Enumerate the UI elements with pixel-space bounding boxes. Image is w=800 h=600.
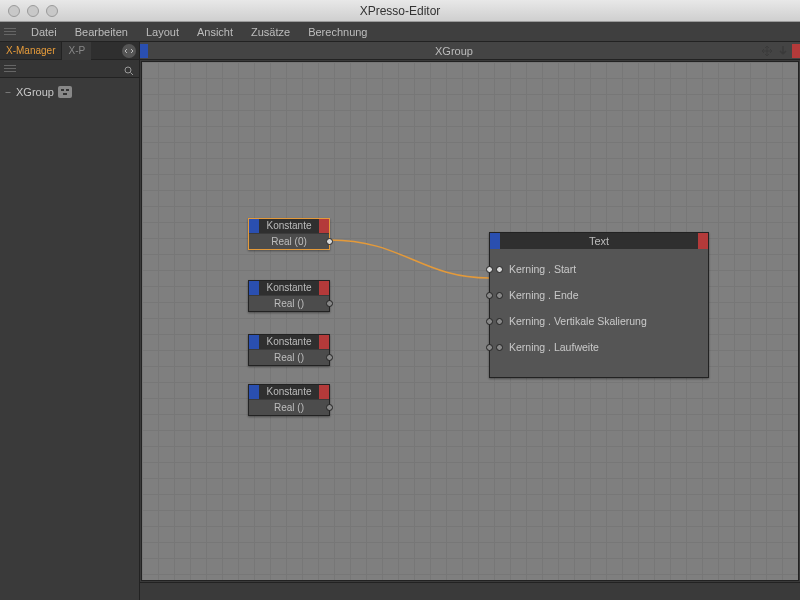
canvas-move-icon[interactable]: [760, 44, 774, 58]
node-title: Konstante: [259, 281, 319, 295]
menu-bearbeiten[interactable]: Bearbeiten: [66, 22, 137, 42]
input-port[interactable]: [486, 292, 493, 299]
input-port[interactable]: [486, 266, 493, 273]
input-label: Kerning . Vertikale Skalierung: [509, 315, 647, 327]
window-title: XPresso-Editor: [0, 4, 800, 18]
canvas-area: XGroup Konstante: [140, 42, 800, 600]
input-port[interactable]: [486, 318, 493, 325]
node-input-chip: [249, 335, 259, 349]
tree: – XGroup: [0, 78, 139, 106]
close-window-button[interactable]: [8, 5, 20, 17]
tree-item-xgroup[interactable]: – XGroup: [4, 84, 135, 100]
input-port[interactable]: [486, 344, 493, 351]
node-title: Text: [500, 233, 698, 249]
input-row-kerning-vskal[interactable]: Kerning . Vertikale Skalierung: [496, 315, 702, 327]
svg-line-1: [131, 72, 134, 75]
node-input-chip: [490, 233, 500, 249]
minimize-window-button[interactable]: [27, 5, 39, 17]
input-row-kerning-start[interactable]: Kerning . Start: [496, 263, 702, 275]
input-port-inner: [496, 344, 503, 351]
input-port-inner: [496, 318, 503, 325]
node-output-chip: [698, 233, 708, 249]
tree-expand-icon[interactable]: –: [4, 87, 12, 97]
input-label: Kerning . Laufweite: [509, 341, 599, 353]
sidebar-grip-icon: [4, 65, 16, 72]
output-port[interactable]: [326, 354, 333, 361]
node-title: Konstante: [259, 335, 319, 349]
canvas-input-chip: [140, 44, 148, 58]
input-label: Kerning . Start: [509, 263, 576, 275]
input-port-inner: [496, 292, 503, 299]
titlebar: XPresso-Editor: [0, 0, 800, 22]
menu-datei[interactable]: Datei: [22, 22, 66, 42]
node-output-chip: [319, 335, 329, 349]
node-konstante-0[interactable]: Konstante Real (0): [248, 218, 330, 250]
zoom-window-button[interactable]: [46, 5, 58, 17]
input-row-kerning-laufweite[interactable]: Kerning . Laufweite: [496, 341, 702, 353]
menu-ansicht[interactable]: Ansicht: [188, 22, 242, 42]
node-canvas[interactable]: Konstante Real (0) Konstante Real (): [141, 61, 799, 581]
svg-rect-4: [63, 93, 67, 95]
sidebar: X-Manager X-P – XGroup: [0, 42, 140, 600]
node-text[interactable]: Text Kerning . Start Kerning . Ende: [489, 232, 709, 378]
canvas-output-chip: [792, 44, 800, 58]
node-konstante-2[interactable]: Konstante Real (): [248, 334, 330, 366]
menubar: Datei Bearbeiten Layout Ansicht Zusätze …: [0, 22, 800, 42]
node-output-chip: [319, 281, 329, 295]
sidebar-toolbar: [0, 60, 139, 78]
tree-item-label: XGroup: [16, 86, 54, 98]
menubar-grip-icon: [4, 25, 16, 39]
menu-layout[interactable]: Layout: [137, 22, 188, 42]
output-port[interactable]: [326, 300, 333, 307]
tab-x-pool[interactable]: X-P: [61, 42, 91, 60]
tab-x-manager[interactable]: X-Manager: [0, 42, 61, 60]
node-output-chip: [319, 219, 329, 233]
search-icon[interactable]: [123, 63, 135, 75]
node-input-chip: [249, 385, 259, 399]
input-row-kerning-ende[interactable]: Kerning . Ende: [496, 289, 702, 301]
node-value: Real (0): [249, 236, 329, 247]
status-bar: [140, 582, 800, 600]
output-port[interactable]: [326, 238, 333, 245]
svg-point-0: [125, 67, 131, 73]
svg-rect-2: [61, 89, 64, 91]
menu-zusaetze[interactable]: Zusätze: [242, 22, 299, 42]
svg-rect-3: [66, 89, 69, 91]
input-label: Kerning . Ende: [509, 289, 578, 301]
node-value: Real (): [249, 298, 329, 309]
node-konstante-1[interactable]: Konstante Real (): [248, 280, 330, 312]
canvas-header: XGroup: [140, 42, 800, 60]
node-konstante-3[interactable]: Konstante Real (): [248, 384, 330, 416]
canvas-title: XGroup: [148, 45, 760, 57]
node-output-chip: [319, 385, 329, 399]
output-port[interactable]: [326, 404, 333, 411]
node-value: Real (): [249, 352, 329, 363]
input-port-inner: [496, 266, 503, 273]
node-input-chip: [249, 281, 259, 295]
canvas-down-icon[interactable]: [776, 44, 790, 58]
node-title: Konstante: [259, 219, 319, 233]
tab-nav-button[interactable]: [122, 44, 136, 58]
node-value: Real (): [249, 402, 329, 413]
sidebar-tabs: X-Manager X-P: [0, 42, 139, 60]
xgroup-node-icon: [58, 86, 72, 98]
node-title: Konstante: [259, 385, 319, 399]
node-input-chip: [249, 219, 259, 233]
window-controls: [8, 5, 58, 17]
menu-berechnung[interactable]: Berechnung: [299, 22, 376, 42]
